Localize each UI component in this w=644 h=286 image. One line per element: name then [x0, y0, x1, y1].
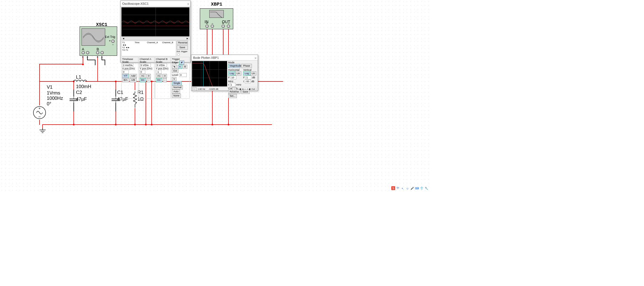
out-plus-terminal[interactable] [222, 25, 225, 28]
in-plus-terminal[interactable] [205, 25, 209, 28]
v1-name: V1 [47, 84, 53, 90]
tb-scale-input[interactable] [122, 63, 133, 67]
a-minus-terminal[interactable] [86, 51, 89, 54]
bode-left-button[interactable]: ← [192, 87, 196, 91]
level-lbl: Level: [172, 74, 179, 76]
single-button[interactable]: Single [172, 81, 182, 85]
trigger-panel: Trigger Edge: ⬈ ⬊ A B Ext Level: V Singl… [171, 57, 190, 99]
wire [42, 124, 272, 125]
schematic-canvas[interactable]: +− V1 1Vrms 1000Hz 0° L1 100mH C2 47µF C… [0, 0, 429, 191]
node [228, 124, 229, 125]
close-icon[interactable]: × [254, 55, 257, 61]
chb-ypos-lbl: Y pos.(Div): [156, 67, 169, 70]
osc-scrollbar[interactable]: ◄ ► [121, 37, 190, 40]
chb-ac-button[interactable]: AC [156, 74, 162, 78]
edge-rise-button[interactable]: ⬈ [179, 60, 184, 65]
wire [97, 56, 98, 81]
b-minus-terminal[interactable] [100, 51, 104, 54]
reverse-button[interactable]: Reverse [177, 41, 188, 45]
cha-ypos-input[interactable] [140, 70, 145, 74]
ext-trig-terminal[interactable] [111, 40, 115, 43]
hi-input[interactable] [230, 83, 235, 87]
h-log-button[interactable]: Log [228, 71, 235, 76]
oscilloscope-xsc1[interactable]: Ext Trig + − A + − B + − [80, 26, 117, 56]
cha-title: Channel A [140, 58, 154, 60]
cha-ac-button[interactable]: AC [140, 74, 146, 78]
vi-input[interactable] [245, 79, 250, 83]
cha-0-button[interactable]: 0 [147, 74, 151, 78]
b-label: B [97, 47, 99, 51]
normal-button[interactable]: Normal [172, 85, 183, 89]
sogou-icon[interactable]: S [391, 186, 395, 190]
svg-text:+: + [38, 106, 41, 110]
chb-swatch[interactable]: - [163, 78, 167, 82]
oscilloscope-dialog[interactable]: Oscilloscope-XSC1 × ◄ ► T1 ◄► Ti [120, 1, 191, 62]
bode-dialog-title[interactable]: Bode Plotter-XBP1 × [191, 55, 258, 60]
osc-dialog-title[interactable]: Oscilloscope-XSC1 × [121, 1, 190, 6]
wire [39, 81, 40, 97]
ac-voltage-source[interactable]: +− [33, 105, 46, 121]
hf-input[interactable] [231, 76, 236, 79]
cha-swatch[interactable]: - [147, 78, 151, 82]
save-button[interactable]: Save [177, 45, 188, 50]
h-lin-button[interactable]: Lin [235, 71, 241, 76]
c2-val: 47µF [76, 96, 87, 102]
yt-button[interactable]: Y/T [122, 74, 129, 78]
tb-xpos-input[interactable] [122, 70, 129, 74]
inductor-l1[interactable] [73, 79, 87, 84]
keyboard-icon[interactable]: ⌨ [415, 186, 419, 190]
b-plus-terminal[interactable] [96, 51, 99, 54]
ground[interactable] [39, 128, 46, 134]
bode-set-button[interactable]: Set... [228, 94, 237, 98]
toolbox-icon[interactable]: 🔧 [424, 186, 428, 190]
timebase-panel: Timebase Scale: X pos.(Div): Y/T Add B/A… [121, 57, 138, 99]
wire [115, 81, 116, 90]
a-plus-terminal[interactable] [82, 51, 85, 54]
trig-a-button[interactable]: A [178, 65, 182, 69]
punct-icon[interactable]: •, [401, 186, 405, 190]
magnitude-button[interactable]: Magnitude [228, 64, 240, 68]
bode-dialog[interactable]: Bode Plotter-XBP1 × Mode Magnitude [191, 55, 258, 91]
cha-dc-button[interactable]: DC [140, 78, 146, 82]
auto-button[interactable]: Auto [172, 89, 180, 94]
node [151, 124, 153, 125]
trig-ext-button[interactable]: Ext [172, 69, 178, 73]
edge-fall-button[interactable]: ⬊ [172, 65, 177, 69]
wire [95, 60, 95, 65]
v-log-button[interactable]: Log [243, 71, 250, 76]
level-unit[interactable]: V [172, 77, 176, 81]
osc-traces [122, 8, 189, 36]
ba-button[interactable]: B/A [122, 78, 129, 82]
emoji-icon[interactable]: ☺ [405, 186, 409, 190]
cha-ypos-lbl: Y pos.(Div): [140, 67, 153, 70]
close-icon[interactable]: × [187, 1, 189, 7]
chb-ypos-input[interactable] [156, 70, 161, 74]
ab-button[interactable]: A/B [130, 78, 137, 82]
wire [73, 111, 74, 125]
mic-icon[interactable]: 🎤 [410, 186, 414, 190]
cha-header: Channel_A [145, 41, 160, 46]
v-lin-button[interactable]: Lin [250, 71, 256, 76]
phase-button[interactable]: Phase [241, 64, 252, 68]
cha-scale-input[interactable] [140, 63, 151, 67]
bode-plotter-xbp1[interactable]: IN OUT + − + − [200, 8, 233, 29]
vf-unit: dB [252, 76, 255, 79]
svg-text:−: − [38, 114, 41, 119]
vf-input[interactable] [246, 76, 251, 79]
chb-0-button[interactable]: 0 [163, 74, 167, 78]
wire [135, 108, 135, 125]
chb-scale-input[interactable] [156, 63, 167, 67]
bode-save-button[interactable]: Save [241, 90, 250, 94]
cn-icon[interactable]: 中 [396, 186, 400, 190]
level-input[interactable] [180, 73, 187, 77]
add-button[interactable]: Add [130, 74, 137, 78]
osc-screen[interactable] [121, 7, 190, 37]
chb-dc-button[interactable]: DC [156, 78, 162, 82]
ext-trigger-radio[interactable] [177, 53, 180, 56]
trig-b-button[interactable]: B [183, 65, 187, 69]
skin-icon[interactable]: 👕 [420, 186, 424, 190]
hi-unit: mHz [236, 83, 242, 86]
none-button[interactable]: None [172, 94, 181, 98]
bode-right-button[interactable]: → [232, 87, 236, 91]
bode-screen[interactable] [192, 61, 227, 86]
